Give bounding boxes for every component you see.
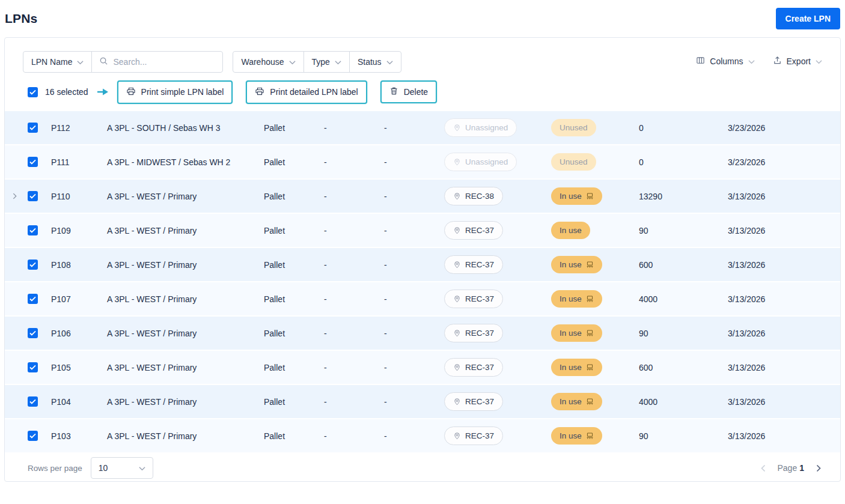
lpn-name-cell[interactable]: P109: [49, 226, 105, 235]
row-checkbox[interactable]: [28, 260, 38, 270]
table-row: P107 A 3PL - WEST / Primary Pallet - - R…: [5, 282, 840, 317]
warehouse-cell: A 3PL - SOUTH / Sebas WH 3: [105, 123, 262, 133]
chevron-down-icon: [386, 57, 393, 67]
dash-cell: -: [322, 397, 382, 407]
quantity-cell: 0: [631, 157, 720, 167]
export-icon: [773, 56, 782, 67]
lpn-name-dropdown[interactable]: LPN Name: [23, 52, 91, 72]
row-checkbox[interactable]: [28, 294, 38, 304]
pallet-icon: [586, 261, 594, 269]
status-badge-label: In use: [560, 397, 582, 406]
filter-bar: LPN Name Warehouse Type Statu: [5, 38, 840, 73]
previous-page-icon[interactable]: [760, 463, 767, 473]
type-cell: Pallet: [262, 363, 322, 372]
location-badge[interactable]: REC-37: [444, 290, 503, 308]
status-badge: In use: [551, 187, 602, 205]
status-dropdown-label: Status: [358, 57, 382, 67]
columns-icon: [696, 56, 705, 67]
warehouse-cell: A 3PL - WEST / Primary: [105, 431, 262, 441]
lpn-name-cell[interactable]: P107: [49, 294, 105, 304]
row-checkbox[interactable]: [28, 191, 38, 201]
row-checkbox[interactable]: [28, 396, 38, 407]
location-badge[interactable]: REC-37: [444, 358, 503, 377]
lpn-table-panel: LPN Name Warehouse Type Statu: [4, 37, 841, 482]
type-dropdown-label: Type: [312, 57, 330, 67]
chevron-down-icon: [748, 56, 755, 66]
status-badge: In use: [551, 256, 602, 273]
location-badge-label: REC-37: [465, 226, 494, 235]
dash-cell: -: [382, 260, 442, 270]
warehouse-cell: A 3PL - WEST / Primary: [105, 226, 262, 235]
lpn-name-cell[interactable]: P112: [49, 123, 105, 133]
location-badge[interactable]: REC-37: [444, 392, 503, 411]
pin-icon: [453, 261, 461, 269]
lpn-name-cell[interactable]: P110: [49, 192, 105, 201]
print-simple-label-button[interactable]: Print simple LPN label: [117, 80, 233, 104]
date-cell: 3/13/2026: [720, 431, 840, 441]
location-badge-label: REC-37: [465, 329, 494, 338]
location-badge-label: REC-37: [465, 294, 494, 303]
lpn-name-cell[interactable]: P104: [49, 397, 105, 407]
type-dropdown[interactable]: Type: [304, 52, 349, 72]
warehouse-dropdown[interactable]: Warehouse: [233, 52, 303, 72]
pin-icon: [453, 432, 461, 440]
chevron-down-icon: [139, 463, 145, 473]
quantity-cell: 90: [631, 226, 720, 235]
select-all-checkbox[interactable]: [28, 87, 38, 97]
type-cell: Pallet: [262, 157, 322, 167]
row-checkbox[interactable]: [28, 225, 38, 235]
columns-button[interactable]: Columns: [696, 56, 754, 67]
location-badge[interactable]: REC-37: [444, 324, 503, 342]
type-cell: Pallet: [262, 192, 322, 201]
table-row: P108 A 3PL - WEST / Primary Pallet - - R…: [5, 248, 840, 282]
next-page-icon[interactable]: [815, 463, 822, 473]
row-checkbox[interactable]: [28, 123, 38, 133]
rows-per-page-select[interactable]: 10: [91, 457, 153, 479]
status-badge-label: In use: [560, 363, 582, 372]
row-checkbox[interactable]: [28, 362, 38, 372]
row-checkbox[interactable]: [28, 157, 38, 167]
status-dropdown[interactable]: Status: [349, 52, 401, 72]
date-cell: 3/13/2026: [720, 294, 840, 304]
location-badge[interactable]: REC-38: [444, 187, 503, 205]
lpn-name-cell[interactable]: P106: [49, 329, 105, 338]
lpn-name-cell[interactable]: P105: [49, 363, 105, 372]
trash-icon: [389, 87, 398, 97]
status-badge-label: Unused: [560, 123, 588, 132]
table-row: P104 A 3PL - WEST / Primary Pallet - - R…: [5, 385, 840, 419]
lpn-name-cell[interactable]: P108: [49, 260, 105, 270]
export-button[interactable]: Export: [773, 56, 822, 67]
status-badge: In use: [551, 393, 602, 410]
row-checkbox[interactable]: [28, 431, 38, 441]
row-checkbox[interactable]: [28, 328, 38, 338]
dash-cell: -: [382, 226, 442, 235]
warehouse-cell: A 3PL - WEST / Primary: [105, 329, 262, 338]
location-badge[interactable]: REC-37: [444, 427, 503, 445]
lpn-name-cell[interactable]: P103: [49, 431, 105, 441]
selection-bar: 16 selected Print simple LPN label Print…: [5, 73, 840, 111]
pin-icon: [453, 158, 461, 166]
print-detailed-label-text: Print detailed LPN label: [270, 87, 358, 97]
status-badge: In use: [551, 222, 590, 239]
lpn-name-cell[interactable]: P111: [49, 157, 105, 167]
type-cell: Pallet: [262, 431, 322, 441]
page-indicator: Page1: [778, 463, 805, 473]
dash-cell: -: [382, 397, 442, 407]
type-cell: Pallet: [262, 260, 322, 270]
expand-row-icon[interactable]: [13, 193, 17, 199]
pagination: Page1: [760, 463, 823, 473]
quantity-cell: 13290: [631, 192, 720, 201]
create-lpn-button[interactable]: Create LPN: [776, 8, 840, 29]
location-badge[interactable]: REC-37: [444, 221, 503, 240]
delete-button[interactable]: Delete: [380, 80, 437, 103]
print-detailed-label-button[interactable]: Print detailed LPN label: [246, 80, 367, 104]
dash-cell: -: [382, 431, 442, 441]
dash-cell: -: [382, 294, 442, 304]
dash-cell: -: [322, 431, 382, 441]
pin-icon: [453, 192, 461, 200]
pin-icon: [453, 295, 461, 303]
status-badge-label: Unused: [560, 157, 588, 166]
search-input[interactable]: [113, 57, 215, 67]
location-badge[interactable]: REC-37: [444, 255, 503, 274]
status-badge: In use: [551, 290, 602, 308]
